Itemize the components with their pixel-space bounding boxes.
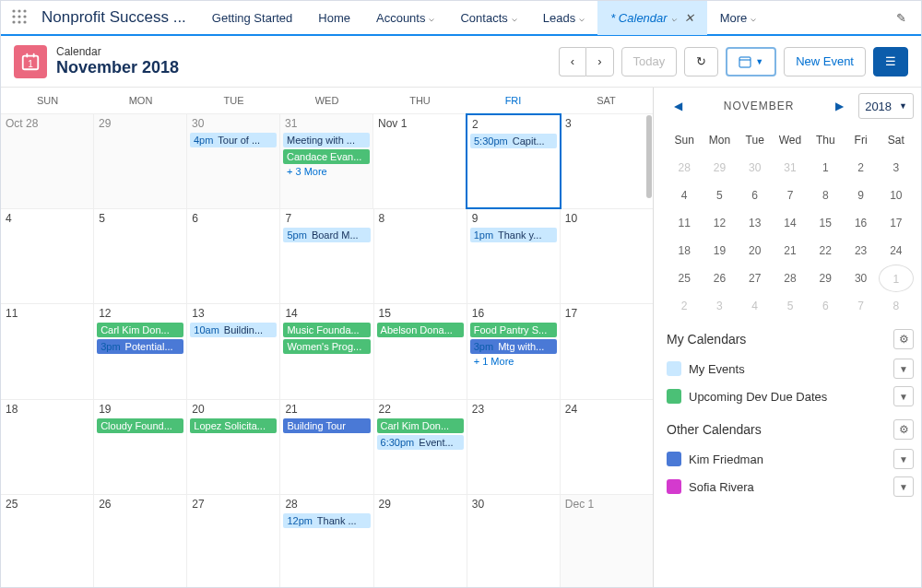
mini-next[interactable]: ▶: [828, 100, 851, 112]
calendar-list-item[interactable]: My Events▼: [667, 355, 914, 382]
mini-day[interactable]: 7: [773, 182, 808, 209]
calendar-event[interactable]: Meeting with ...: [283, 133, 370, 147]
calendar-event[interactable]: Abelson Dona...: [377, 323, 464, 337]
calendar-list-item[interactable]: Kim Friedman▼: [667, 445, 914, 473]
calendar-day[interactable]: 6: [187, 209, 280, 303]
calendar-day[interactable]: 17: [561, 304, 653, 398]
mini-day[interactable]: 6: [738, 182, 773, 209]
refresh-button[interactable]: ↻: [684, 47, 718, 76]
mini-day[interactable]: 30: [738, 154, 773, 182]
calendar-day[interactable]: 4: [1, 209, 94, 303]
next-button[interactable]: ›: [585, 47, 613, 76]
mini-day[interactable]: 10: [879, 182, 914, 209]
calendar-event[interactable]: Lopez Solicita...: [190, 418, 277, 433]
new-event-button[interactable]: New Event: [784, 47, 866, 76]
nav-tab[interactable]: Accounts⌵: [363, 0, 447, 35]
calendar-day[interactable]: 26: [94, 495, 187, 588]
mini-day[interactable]: 5: [773, 292, 808, 320]
more-events-link[interactable]: + 1 More: [470, 354, 557, 369]
calendar-day[interactable]: 2812pm Thank ...: [280, 495, 373, 588]
nav-tab[interactable]: More⌵: [707, 0, 770, 35]
mini-day[interactable]: 20: [738, 237, 773, 265]
calendar-day[interactable]: 18: [1, 400, 94, 494]
calendar-event[interactable]: Food Pantry S...: [470, 323, 557, 337]
calendar-event[interactable]: 5pm Board M...: [283, 228, 370, 242]
calendar-day[interactable]: 29: [94, 114, 187, 208]
mini-day[interactable]: 8: [879, 292, 914, 320]
calendar-event[interactable]: Women's Prog...: [283, 339, 370, 354]
calendar-day[interactable]: 20Lopez Solicita...: [187, 400, 280, 494]
mini-day[interactable]: 28: [667, 154, 702, 182]
calendar-item-menu-icon[interactable]: ▼: [893, 386, 914, 406]
calendar-event[interactable]: 5:30pm Capit...: [470, 134, 557, 148]
nav-tab[interactable]: Getting Started: [199, 0, 305, 35]
calendar-day[interactable]: 11: [1, 304, 94, 398]
mini-day[interactable]: 5: [702, 182, 737, 209]
edit-nav-icon[interactable]: ✎: [881, 11, 921, 25]
mini-day[interactable]: 3: [702, 292, 737, 320]
calendar-day[interactable]: Dec 1: [561, 495, 653, 588]
mini-day[interactable]: 27: [738, 265, 773, 292]
calendar-day[interactable]: 304pm Tour of ...: [187, 114, 280, 208]
mini-day[interactable]: 11: [667, 209, 702, 237]
calendar-day[interactable]: 3: [561, 114, 653, 208]
mini-day[interactable]: 28: [773, 265, 808, 292]
calendar-event[interactable]: 3pm Mtg with...: [470, 339, 557, 354]
calendar-day[interactable]: 21Building Tour: [280, 400, 373, 494]
mini-day[interactable]: 19: [702, 237, 737, 265]
mini-day[interactable]: 6: [808, 292, 843, 320]
mini-day[interactable]: 12: [702, 209, 737, 237]
calendar-item-menu-icon[interactable]: ▼: [893, 359, 914, 379]
prev-button[interactable]: ‹: [559, 47, 585, 76]
mini-day[interactable]: 25: [667, 265, 702, 292]
calendar-day[interactable]: 16Food Pantry S...3pm Mtg with...+ 1 Mor…: [467, 304, 561, 398]
calendar-day[interactable]: 15Abelson Dona...: [374, 304, 467, 398]
calendar-day[interactable]: 10: [561, 209, 653, 303]
mini-day[interactable]: 2: [843, 154, 878, 182]
calendar-day[interactable]: 29: [374, 495, 467, 588]
mini-year-select[interactable]: 2018 ▼: [858, 93, 914, 119]
calendar-event[interactable]: 4pm Tour of ...: [190, 133, 277, 147]
calendar-day[interactable]: 91pm Thank y...: [467, 209, 561, 303]
mini-day[interactable]: 8: [808, 182, 843, 209]
calendar-day[interactable]: 27: [187, 495, 280, 588]
calendar-event[interactable]: 1pm Thank y...: [470, 228, 557, 242]
mini-day[interactable]: 4: [667, 182, 702, 209]
calendar-event[interactable]: Carl Kim Don...: [377, 418, 464, 433]
calendar-day[interactable]: 23: [467, 400, 561, 494]
mini-day[interactable]: 30: [843, 265, 878, 292]
mini-day[interactable]: 7: [843, 292, 878, 320]
mini-day[interactable]: 26: [702, 265, 737, 292]
mini-day[interactable]: 15: [808, 209, 843, 237]
nav-tab[interactable]: Leads⌵: [530, 0, 597, 35]
side-panel-toggle[interactable]: ☰: [873, 47, 908, 76]
calendar-day[interactable]: 12Carl Kim Don...3pm Potential...: [94, 304, 187, 398]
calendar-day[interactable]: 22Carl Kim Don...6:30pm Event...: [374, 400, 467, 494]
calendar-event[interactable]: 12pm Thank ...: [283, 513, 370, 528]
view-picker[interactable]: ▼: [726, 47, 776, 76]
calendar-event[interactable]: Cloudy Found...: [97, 418, 183, 433]
nav-tab[interactable]: Home: [305, 0, 363, 35]
nav-tab[interactable]: * Calendar⌵✕: [597, 0, 706, 35]
more-events-link[interactable]: + 3 More: [283, 164, 370, 179]
calendar-list-item[interactable]: Sofia Rivera▼: [667, 473, 914, 500]
calendar-day[interactable]: 1310am Buildin...: [187, 304, 280, 398]
calendar-event[interactable]: 10am Buildin...: [190, 323, 277, 337]
calendar-day[interactable]: 19Cloudy Found...: [94, 400, 187, 494]
calendar-day[interactable]: Nov 1: [373, 114, 467, 208]
tab-close-icon[interactable]: ✕: [684, 11, 694, 25]
calendar-day[interactable]: 75pm Board M...: [280, 209, 373, 303]
calendar-day[interactable]: Oct 28: [1, 114, 94, 208]
mini-day[interactable]: 14: [773, 209, 808, 237]
calendar-day[interactable]: 31Meeting with ...Candace Evan...+ 3 Mor…: [280, 114, 373, 208]
mini-prev[interactable]: ◀: [667, 100, 690, 112]
mini-day[interactable]: 18: [667, 237, 702, 265]
calendar-day[interactable]: 30: [467, 495, 561, 588]
calendar-event[interactable]: Music Founda...: [283, 323, 370, 337]
mini-day[interactable]: 29: [702, 154, 737, 182]
nav-tab[interactable]: Contacts⌵: [447, 0, 529, 35]
mini-day[interactable]: 3: [879, 154, 914, 182]
mini-day[interactable]: 29: [808, 265, 843, 292]
mini-day[interactable]: 31: [773, 154, 808, 182]
other-calendars-gear-icon[interactable]: ⚙: [893, 419, 914, 440]
